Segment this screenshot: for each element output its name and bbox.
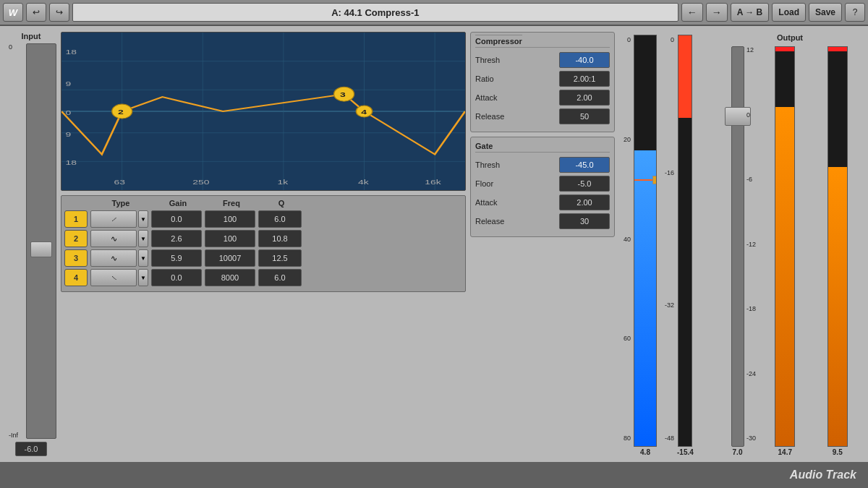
compressor-box: Compressor Thresh -40.0 Ratio 2.00:1 Att… (470, 32, 615, 132)
gate-thresh-row: Thresh -45.0 (475, 157, 610, 173)
band3-gain[interactable]: 5.9 (151, 249, 202, 267)
comp-thresh-value[interactable]: -40.0 (559, 52, 610, 68)
gr-scale-48: -48 (660, 435, 674, 442)
gate-floor-value[interactable]: -5.0 (559, 176, 610, 192)
output-meter1-clip (775, 47, 794, 51)
band4-type-dropdown[interactable]: ▼ (138, 269, 148, 286)
band3-freq[interactable]: 10007 (205, 249, 255, 267)
band2-freq[interactable]: 100 (205, 230, 255, 247)
waves-logo: W (3, 3, 23, 22)
load-button[interactable]: Load (772, 3, 806, 22)
out-scale-6: -6 (746, 176, 756, 183)
band4-q[interactable]: 6.0 (258, 269, 302, 286)
comp-attack-row: Attack 2.00 (475, 90, 610, 106)
input-fader-track (26, 43, 56, 439)
band4-gain[interactable]: 0.0 (151, 269, 202, 286)
svg-text:4: 4 (361, 108, 367, 116)
help-button[interactable]: ? (845, 3, 865, 22)
svg-text:9: 9 (66, 130, 72, 138)
gate-thresh-value[interactable]: -45.0 (559, 157, 610, 173)
band2-toggle[interactable]: 2 (64, 230, 88, 247)
input-scale-inf: -Inf (9, 432, 18, 439)
plugin-name: Audio Track (790, 468, 856, 481)
comp-release-label: Release (475, 112, 515, 121)
comp-release-value[interactable]: 50 (559, 108, 610, 124)
gate-floor-row: Floor -5.0 (475, 176, 610, 192)
comp-thresh-label: Thresh (475, 56, 515, 64)
ab-button[interactable]: A → B (731, 3, 770, 22)
gr-meter (678, 35, 692, 447)
output-meter2-fill (828, 167, 847, 446)
band3-q[interactable]: 12.5 (258, 249, 302, 267)
comp-ratio-value[interactable]: 2.00:1 (559, 71, 610, 87)
band1-gain[interactable]: 0.0 (151, 210, 202, 228)
gate-release-value[interactable]: 30 (559, 213, 610, 229)
comp-attack-value[interactable]: 2.00 (559, 90, 610, 106)
output-meter1-value: 14.7 (778, 448, 792, 456)
band2-q[interactable]: 10.8 (258, 230, 302, 247)
gate-box: Gate Thresh -45.0 Floor -5.0 Attack 2.00… (470, 137, 615, 237)
output-meter1-fill (775, 107, 794, 446)
prev-preset-button[interactable]: ← (681, 3, 703, 22)
comp-ratio-label: Ratio (475, 74, 515, 83)
svg-text:3: 3 (340, 90, 346, 98)
meter-scale-80: 80 (619, 435, 631, 442)
meter-scale-20: 20 (619, 136, 631, 143)
band4-freq[interactable]: 8000 (205, 269, 255, 286)
band1-type-shape[interactable]: ⟋ (90, 210, 137, 228)
band3-type-dropdown[interactable]: ▼ (138, 249, 148, 267)
output-meter2-value: 9.5 (833, 448, 843, 456)
threshold-handle[interactable] (652, 176, 657, 184)
gate-attack-value[interactable]: 2.00 (559, 194, 610, 210)
svg-text:9: 9 (66, 80, 72, 87)
input-fader[interactable] (30, 241, 52, 257)
gate-release-row: Release 30 (475, 213, 610, 229)
gr-scale-32: -32 (660, 301, 674, 309)
gate-attack-row: Attack 2.00 (475, 194, 610, 210)
meter-scale-60: 60 (619, 335, 631, 342)
gr-meter-value: -15.4 (677, 448, 694, 456)
input-meter (634, 35, 657, 447)
svg-text:18: 18 (66, 158, 77, 166)
compressor-gate-section: Compressor Thresh -40.0 Ratio 2.00:1 Att… (470, 32, 615, 456)
preset-title: A: 44.1 Compress-1 (72, 3, 678, 22)
band1-type-cell: ⟋ ▼ (90, 210, 148, 228)
gate-attack-label: Attack (475, 198, 515, 207)
out-scale-24: -24 (746, 370, 756, 377)
eq-band-row-3: 3 ∿ ▼ 5.9 10007 12.5 (64, 249, 462, 267)
input-label: Input (22, 32, 41, 40)
band3-type-shape[interactable]: ∿ (90, 249, 137, 267)
band1-type-dropdown[interactable]: ▼ (138, 210, 148, 228)
input-scale-0: 0 (9, 43, 18, 51)
redo-button[interactable]: ↪ (49, 3, 69, 22)
svg-text:16k: 16k (425, 178, 442, 186)
band4-type-shape[interactable]: ⟍ (90, 269, 137, 286)
output-section: Output 12 0 -6 -12 -18 -24 -30 (718, 32, 862, 456)
band4-toggle[interactable]: 4 (64, 269, 88, 286)
band1-freq[interactable]: 100 (205, 210, 255, 228)
comp-release-row: Release 50 (475, 108, 610, 124)
comp-ratio-row: Ratio 2.00:1 (475, 71, 610, 87)
band-header-type: Type (92, 199, 150, 207)
band1-toggle[interactable]: 1 (64, 210, 88, 228)
save-button[interactable]: Save (809, 3, 842, 22)
main-content: Input 0 -Inf -6.0 (0, 26, 868, 462)
output-fader-track (731, 46, 744, 447)
out-scale-12b: -12 (746, 241, 756, 248)
output-meter2 (827, 46, 848, 447)
band2-gain[interactable]: 2.6 (151, 230, 202, 247)
band3-toggle[interactable]: 3 (64, 249, 88, 267)
band2-type-shape[interactable]: ∿ (90, 230, 137, 247)
band-header-num (66, 199, 89, 207)
gr-meter-fill (678, 35, 692, 118)
band2-type-dropdown[interactable]: ▼ (138, 230, 148, 247)
undo-button[interactable]: ↩ (26, 3, 46, 22)
next-preset-button[interactable]: → (706, 3, 728, 22)
eq-display[interactable]: 18 9 0 9 18 63 250 1k 4k 16k 2 (61, 32, 466, 191)
svg-text:63: 63 (114, 178, 126, 186)
svg-text:250: 250 (192, 178, 210, 186)
gate-title: Gate (475, 142, 610, 153)
output-fader-value: 7.0 (733, 448, 743, 456)
band-header-q: Q (260, 199, 303, 207)
band1-q[interactable]: 6.0 (258, 210, 302, 228)
